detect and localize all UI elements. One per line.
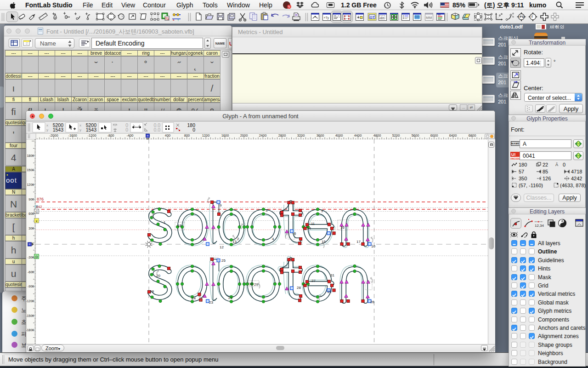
svg-text:4000: 4000 [335,133,343,138]
svg-text:+Ty: +Ty [324,16,329,20]
svg-text:2000: 2000 [240,133,248,138]
svg-text:1500: 1500 [27,168,34,172]
svg-text:-900: -900 [28,285,34,288]
svg-text:13: 13 [232,240,237,244]
svg-text:12: 12 [220,245,224,249]
svg-text:-300: -300 [28,256,34,259]
svg-text:5600: 5600 [412,133,419,138]
svg-text:23: 23 [209,300,213,305]
svg-text:T: T [177,19,179,22]
svg-text:x: x [79,123,81,127]
svg-text:4: 4 [272,237,274,241]
svg-text:6800: 6800 [469,133,476,138]
svg-text:16: 16 [340,225,345,230]
svg-text:1200: 1200 [202,133,210,138]
svg-text:1200: 1200 [27,183,34,186]
svg-text:1: 1 [164,220,166,224]
svg-text:17: 17 [356,240,361,244]
svg-text:3600: 3600 [317,133,324,138]
svg-text:T: T [531,15,533,18]
svg-text:3200: 3200 [297,133,305,138]
svg-text:18: 18 [177,224,181,228]
svg-text:U!: U! [511,152,516,157]
svg-text:29: 29 [254,282,258,287]
svg-text:-1600: -1600 [68,133,77,138]
svg-text:-1500: -1500 [26,314,34,317]
svg-text:2800: 2800 [278,133,286,138]
svg-text:600: 600 [28,212,34,215]
svg-text:14: 14 [307,226,311,230]
svg-text:4800: 4800 [373,133,381,138]
svg-text:27: 27 [311,279,316,283]
svg-text:-800: -800 [107,133,114,138]
svg-text:-1200: -1200 [26,299,34,303]
svg-text:876: 876 [37,197,44,201]
svg-text:22: 22 [328,290,332,294]
svg-text:1800: 1800 [27,154,34,157]
svg-text:x: x [36,219,38,223]
svg-text:x: x [46,123,48,127]
svg-text:ⅆσ: ⅆσ [380,16,384,19]
svg-text:1543: 1543 [86,127,97,132]
svg-text:11: 11 [311,222,315,226]
svg-text:4400: 4400 [354,133,362,138]
svg-text:º: º [122,15,123,18]
svg-text:6400: 6400 [449,133,457,138]
svg-text:10: 10 [371,244,375,248]
svg-text:5: 5 [321,209,323,213]
svg-text:5200: 5200 [392,133,400,138]
svg-text:842: 842 [36,205,42,209]
svg-text:0.0: 0.0 [153,127,160,132]
svg-text:D: D [35,255,38,259]
svg-text:800: 800 [184,133,190,138]
svg-text:9: 9 [220,203,222,207]
svg-text:19: 19 [150,289,154,293]
svg-text:21: 21 [228,296,232,300]
svg-text:30: 30 [249,282,253,286]
svg-text:25: 25 [221,259,226,263]
svg-text:400: 400 [165,133,171,138]
svg-text:-400: -400 [126,133,133,138]
svg-text:24: 24 [192,296,196,300]
svg-text:y: y [79,128,81,132]
svg-text:UNICODE: UNICODE [510,158,520,160]
svg-text:900: 900 [28,198,34,201]
svg-text:26: 26 [370,300,374,304]
svg-text:-1800: -1800 [26,328,34,332]
svg-text:2400: 2400 [259,133,267,138]
svg-text:-2000: -2000 [49,133,58,138]
svg-text:1543: 1543 [53,127,64,132]
svg-text:PS: PS [520,15,524,18]
svg-text:6: 6 [294,231,296,236]
svg-text:OT: OT [370,15,375,19]
svg-text:MM: MM [426,16,432,20]
svg-text:0: 0 [192,127,195,132]
svg-text:y: y [46,128,48,132]
svg-text:3: 3 [266,208,268,213]
svg-text:28: 28 [297,286,301,290]
svg-text:31: 31 [330,273,334,277]
svg-text:Ã: Ã [555,162,558,167]
svg-text:6000: 6000 [430,133,438,138]
svg-text:T1: T1 [165,17,169,20]
svg-text:C: C [35,210,38,214]
svg-text:-1200: -1200 [87,133,96,138]
svg-text:300: 300 [28,227,34,230]
svg-text:-600: -600 [28,270,34,274]
svg-text:0: 0 [125,127,128,132]
svg-text:2: 2 [237,237,239,241]
svg-text:1600: 1600 [221,133,229,138]
svg-text:12,34: 12,34 [535,224,544,228]
